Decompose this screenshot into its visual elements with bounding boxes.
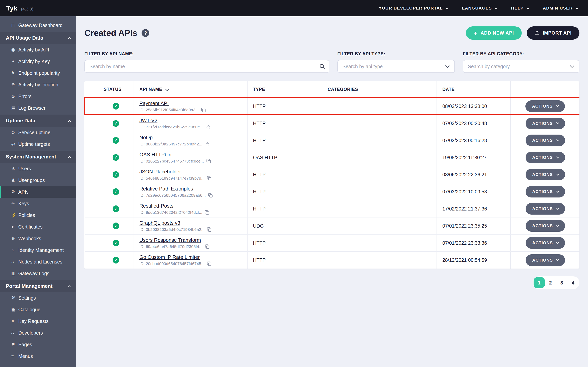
- add-new-api-button[interactable]: ADD NEW API: [466, 26, 522, 40]
- sidebar-item-key-requests[interactable]: ❖ Key Requests: [0, 315, 76, 327]
- sidebar-item-policies[interactable]: ⚡ Policies: [0, 209, 76, 221]
- filter-input[interactable]: [84, 60, 329, 73]
- copy-icon[interactable]: [205, 244, 210, 249]
- actions-button[interactable]: ACTIONS: [526, 254, 565, 266]
- actions-button[interactable]: ACTIONS: [526, 134, 565, 146]
- sidebar-section-api-usage-data[interactable]: API Usage Data: [0, 32, 76, 44]
- sidebar-section-portal-management[interactable]: Portal Management: [0, 280, 76, 292]
- api-id-text: ID: 20cbad000d654076457fd6745...: [139, 261, 205, 266]
- sort-chevron-down-icon[interactable]: [165, 88, 169, 91]
- api-type-cell: HTTP: [247, 234, 322, 251]
- sidebar-item-catalogue[interactable]: ▦ Catalogue: [0, 304, 76, 315]
- sidebar-item-webhooks[interactable]: ⊚ Webhooks: [0, 233, 76, 244]
- copy-icon[interactable]: [206, 159, 211, 164]
- sidebar-item-uptime-targets[interactable]: ◎ Uptime targets: [0, 138, 76, 150]
- sidebar-item-endpoint-popularity[interactable]: ↯ Endpoint popularity: [0, 67, 76, 79]
- pagination-page-button[interactable]: 3: [556, 277, 567, 288]
- api-name-link[interactable]: Relative Path Examples: [139, 186, 193, 192]
- sidebar-item-label: Nodes and Licenses: [18, 259, 62, 265]
- sidebar-item-label: Certificates: [18, 224, 43, 230]
- tyk-logo[interactable]: Tyk (4.3.3): [6, 4, 33, 12]
- api-name-link[interactable]: JWT-V2: [139, 117, 157, 123]
- column-header-type: TYPE: [247, 81, 322, 98]
- api-date-cell: 08/03/2023 13:38:00: [437, 98, 510, 115]
- filter-input[interactable]: [463, 60, 579, 73]
- help-icon[interactable]: [142, 29, 149, 37]
- sidebar-item-keys[interactable]: ✳ Keys: [0, 198, 76, 209]
- api-date-cell: 08/06/2022 22:36:21: [437, 166, 510, 183]
- menu-help[interactable]: HELP: [511, 6, 529, 11]
- sidebar-item-settings[interactable]: ⚒ Settings: [0, 292, 76, 304]
- actions-button[interactable]: ACTIONS: [526, 186, 565, 198]
- actions-button[interactable]: ACTIONS: [525, 100, 565, 112]
- copy-icon[interactable]: [207, 176, 212, 181]
- api-name-link[interactable]: GraphQL posts v3: [139, 220, 180, 226]
- chevron-down-icon: [446, 6, 449, 9]
- api-id-text: ID: 0165227bc4354745773cfc9ce...: [139, 159, 204, 164]
- sidebar-item-nodes-and-licenses[interactable]: ⌂ Nodes and Licenses: [0, 256, 76, 267]
- api-type-cell: HTTP: [247, 132, 322, 149]
- table-row: Restified-Posts ID: 9ddb13d7462042f27042…: [85, 200, 579, 217]
- sidebar-item-certificates[interactable]: ● Certificates: [0, 221, 76, 233]
- policies-icon: ⚡: [11, 213, 18, 218]
- actions-button[interactable]: ACTIONS: [526, 237, 565, 249]
- sidebar-item-identity-management[interactable]: ∿ Identity Management: [0, 244, 76, 256]
- pagination-page-button[interactable]: 1: [534, 277, 545, 288]
- apis-icon: ⚙: [11, 189, 18, 194]
- api-categories-cell: [322, 98, 437, 115]
- actions-button[interactable]: ACTIONS: [526, 169, 565, 180]
- filter-input[interactable]: [337, 60, 455, 73]
- api-name-link[interactable]: Go Custom IP Rate Limiter: [139, 254, 200, 260]
- table-row: JWT-V2 ID: 721f2f1cddce429b6225e080e...: [85, 115, 579, 132]
- sidebar-item-service-uptime[interactable]: ⊙ Service uptime: [0, 127, 76, 138]
- actions-button[interactable]: ACTIONS: [526, 220, 565, 232]
- copy-icon[interactable]: [207, 227, 212, 232]
- menu-admin-user[interactable]: ADMIN USER: [543, 6, 578, 11]
- menu-languages[interactable]: LANGUAGES: [462, 6, 497, 11]
- copy-icon[interactable]: [206, 125, 210, 129]
- api-name-link[interactable]: Payment API: [139, 100, 169, 106]
- sidebar-item-activity-by-api[interactable]: ◉ Activity by API: [0, 44, 76, 56]
- copy-icon[interactable]: [205, 142, 209, 146]
- api-name-link[interactable]: Restified-Posts: [139, 203, 173, 209]
- check-circle-icon: [112, 223, 119, 229]
- sidebar-item-activity-by-key[interactable]: ✦ Activity by Key: [0, 56, 76, 67]
- actions-button[interactable]: ACTIONS: [526, 152, 565, 163]
- sidebar-item-user-groups[interactable]: ♟ User groups: [0, 174, 76, 186]
- sidebar-item-menus[interactable]: ≡ Menus: [0, 350, 76, 362]
- api-date-cell: 07/03/2023 00:20:48: [437, 115, 510, 132]
- column-header-status: STATUS: [98, 81, 134, 98]
- api-name-link[interactable]: NoOp: [139, 134, 153, 140]
- sidebar-item-apis[interactable]: ⚙ APIs: [0, 186, 76, 198]
- api-categories-cell: [322, 149, 437, 166]
- filter-box: [84, 60, 329, 73]
- actions-button[interactable]: ACTIONS: [526, 118, 565, 129]
- sidebar-item-activity-by-location[interactable]: ⊕ Activity by location: [0, 79, 76, 91]
- column-header-api-name[interactable]: API NAME: [134, 81, 247, 98]
- sidebar-item-developers[interactable]: ∴ Developers: [0, 327, 76, 339]
- sidebar-item-users[interactable]: ♙ Users: [0, 163, 76, 174]
- sidebar-item-gateway-logs[interactable]: ▥ Gateway Logs: [0, 267, 76, 279]
- pagination-page-button[interactable]: 4: [567, 277, 579, 288]
- copy-icon[interactable]: [205, 210, 209, 215]
- api-name-link[interactable]: JSON Placeholder: [139, 169, 181, 175]
- sidebar-item-log-browser[interactable]: ▤ Log Browser: [0, 102, 76, 114]
- api-name-link[interactable]: OAS HTTPbin: [139, 152, 172, 158]
- sidebar-item-pages[interactable]: ⚑ Pages: [0, 339, 76, 350]
- sidebar-item-errors[interactable]: ⊗ Errors: [0, 91, 76, 102]
- main-content: Created APIs ADD NEW API IMPORT API: [76, 16, 588, 367]
- sidebar-section-uptime-data[interactable]: Uptime Data: [0, 115, 76, 127]
- api-name-link[interactable]: Users Response Transform: [139, 237, 201, 243]
- api-id-text: ID: 8668f22f0a25497c772b48f42...: [139, 142, 202, 146]
- menu-developer-portal[interactable]: YOUR DEVELOPER PORTAL: [379, 6, 448, 11]
- sidebar-item-label: Gateway Dashboard: [18, 23, 63, 28]
- import-api-button[interactable]: IMPORT API: [527, 26, 579, 40]
- copy-icon[interactable]: [207, 261, 212, 266]
- copy-icon[interactable]: [208, 193, 213, 198]
- menus-icon: ≡: [11, 354, 18, 359]
- actions-button[interactable]: ACTIONS: [526, 203, 565, 215]
- copy-icon[interactable]: [201, 108, 206, 112]
- pagination-page-button[interactable]: 2: [545, 277, 556, 288]
- sidebar-item-gateway-dashboard[interactable]: ▢ Gateway Dashboard: [0, 19, 76, 31]
- sidebar-section-system-management[interactable]: System Management: [0, 151, 76, 163]
